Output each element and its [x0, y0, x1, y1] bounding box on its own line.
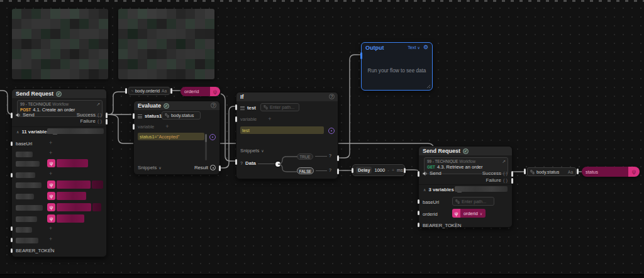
plus-icon[interactable]: +	[268, 116, 271, 122]
delay-in-port[interactable]	[352, 168, 353, 173]
status-variable-tag[interactable]: status ψ	[582, 167, 640, 177]
blurred-panel-left[interactable]	[12, 9, 108, 79]
variable-port[interactable]	[11, 238, 13, 242]
path-chip[interactable]: body.status	[162, 111, 201, 120]
gear-icon[interactable]: ⚙	[423, 45, 428, 50]
chevron-down-icon: ∨	[480, 211, 482, 216]
delay-node[interactable]: Delay 1000 - + ms	[352, 164, 405, 176]
success-port[interactable]	[106, 113, 108, 118]
test-in-port[interactable]	[235, 104, 237, 110]
ai-assist-icon[interactable]	[328, 128, 335, 134]
variable-port[interactable]	[11, 248, 13, 253]
delay-out-port[interactable]	[404, 168, 406, 173]
plus-icon[interactable]: +	[49, 150, 52, 156]
ai-assist-icon[interactable]	[209, 134, 216, 140]
path-chip[interactable]: Enter path...	[260, 103, 299, 111]
path-chip[interactable]: Enter path...	[452, 197, 494, 206]
orderid-variable-chip[interactable]: ψ orderid ∨	[452, 209, 486, 218]
data-port-label: Data	[245, 160, 256, 166]
variable-port[interactable]	[418, 211, 419, 215]
variable-name: baseUrl	[16, 141, 32, 147]
plus-icon[interactable]: +	[49, 236, 52, 242]
check-circle-icon: ✓	[463, 148, 469, 154]
code-editor[interactable]: test	[240, 126, 324, 134]
variable-port[interactable]	[11, 226, 13, 231]
send-port[interactable]	[418, 171, 419, 177]
plus-icon[interactable]: +	[454, 221, 457, 227]
failure-port-label: Failure	[80, 118, 95, 124]
blurred-variable-value	[57, 159, 88, 167]
output-node[interactable]: Output Text∨ ⚙ Run your flow to see data	[361, 42, 433, 91]
failure-port[interactable]	[106, 119, 108, 125]
failure-port-parens: ( )	[97, 118, 102, 124]
node-header[interactable]: Evaluate ✓ ?	[134, 101, 219, 110]
output-mode-dropdown[interactable]: Text∨	[408, 45, 420, 50]
node-header[interactable]: If ?	[236, 92, 338, 101]
true-out-port[interactable]	[337, 155, 339, 161]
variable-in-port[interactable]	[235, 116, 237, 122]
data-in-port[interactable]	[235, 159, 237, 165]
collapse-chevron-icon[interactable]: ∧	[423, 187, 426, 192]
tag-label: orderid	[184, 89, 199, 94]
blurred-variable-name	[16, 238, 38, 243]
node-header[interactable]: Send Request ✓	[12, 89, 106, 98]
drag-handle-icon[interactable]	[240, 106, 245, 110]
send-request-node-retrieve-order[interactable]: Send Request ✓ 99 - TECHNIQUE Workflow G…	[418, 146, 513, 228]
increment-button[interactable]: +	[392, 167, 394, 173]
plus-icon[interactable]: +	[165, 124, 169, 130]
node-title: Evaluate	[138, 103, 161, 109]
delay-value[interactable]: 1000	[374, 167, 385, 173]
blurred-variable-name	[16, 172, 35, 178]
field-in-port[interactable]	[133, 113, 135, 119]
result-out-port[interactable]	[219, 165, 221, 171]
variable-in-port[interactable]	[133, 124, 135, 130]
if-node[interactable]: If ? test Enter path... variable + test …	[236, 92, 338, 179]
chip-out-port[interactable]	[577, 169, 579, 174]
snippets-button[interactable]: Snippets	[240, 148, 259, 153]
failure-port[interactable]	[511, 178, 513, 184]
variable-antenna-icon[interactable]: ψ	[47, 181, 55, 189]
resize-handle-icon[interactable]	[426, 84, 431, 89]
help-icon[interactable]: ?	[211, 103, 216, 108]
type-badge: Aa	[568, 170, 573, 174]
variable-port[interactable]	[11, 173, 13, 177]
drag-handle-icon[interactable]	[138, 114, 142, 118]
decrement-button[interactable]: -	[387, 167, 389, 173]
blurred-panel-right[interactable]	[118, 9, 214, 79]
help-icon[interactable]: ?	[329, 94, 335, 99]
snippets-button[interactable]: Snippets	[138, 165, 157, 170]
variable-antenna-icon[interactable]: ψ	[47, 203, 55, 211]
check-circle-icon: ✓	[164, 103, 169, 109]
external-link-icon[interactable]: ↗	[96, 102, 100, 107]
flow-canvas[interactable]: Send Request ✓ 99 - TECHNIQUE Workflow P…	[0, 0, 644, 278]
false-out-port[interactable]	[337, 169, 339, 174]
variable-port[interactable]	[418, 223, 419, 227]
plus-icon[interactable]: +	[49, 171, 52, 177]
variable-antenna-icon[interactable]: ψ	[47, 214, 55, 223]
variable-antenna-icon[interactable]: ψ	[47, 192, 55, 200]
collapse-chevron-icon[interactable]: ∧	[16, 130, 19, 134]
chip-out-port[interactable]	[170, 88, 172, 94]
code-editor[interactable]: status1="Accepted"	[138, 133, 204, 140]
external-link-icon[interactable]: ↗	[502, 159, 506, 164]
scrollbar[interactable]	[205, 134, 207, 160]
blurred-text	[455, 186, 508, 192]
body-status-path-chip[interactable]: body.status Aa	[527, 167, 576, 176]
send-port[interactable]	[11, 113, 13, 118]
request-name: 4.1. Create an order	[33, 107, 75, 113]
send-request-node-create-order[interactable]: Send Request ✓ 99 - TECHNIQUE Workflow P…	[11, 89, 107, 257]
plus-icon[interactable]: +	[49, 140, 52, 146]
chip-in-port[interactable]	[524, 169, 526, 174]
evaluate-node[interactable]: Evaluate ✓ ? status1 body.status variabl…	[133, 101, 220, 175]
variable-port[interactable]	[418, 199, 419, 204]
body-orderid-path-chip[interactable]: body.orderid Aa	[128, 87, 170, 95]
orderid-variable-tag[interactable]: orderid ψ	[180, 87, 220, 96]
plus-icon[interactable]: +	[49, 226, 52, 231]
plus-icon[interactable]: +	[49, 247, 52, 252]
chip-in-port[interactable]	[125, 88, 127, 94]
success-port[interactable]	[511, 171, 513, 177]
output-in-port[interactable]	[360, 52, 362, 59]
variable-antenna-icon[interactable]: ψ	[47, 159, 55, 167]
node-header[interactable]: Send Request ✓	[419, 147, 512, 155]
variable-port[interactable]	[11, 142, 13, 146]
